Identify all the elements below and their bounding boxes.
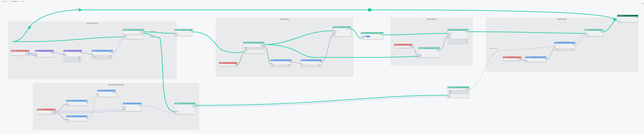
- socket-z: Z: [526, 58, 546, 60]
- socket-pos-in: Position: [448, 35, 468, 37]
- socket-attr-out: Attribute: [448, 89, 469, 90]
- socket-vector-in: Vector: [67, 119, 87, 121]
- node-switch[interactable]: Switch Output Switch False True: [123, 103, 141, 111]
- node-capture-attribute-vector[interactable]: Capture Attribute Geometry Value Geometr…: [174, 103, 196, 114]
- field-value[interactable]: Value100.000: [271, 65, 290, 66]
- socket-position-1: Position 1: [11, 52, 28, 53]
- socket-off-in: Offset: [333, 34, 350, 36]
- socket-sel-in: Selection: [175, 34, 192, 35]
- field-epsilon[interactable]: Epsilon0.001: [93, 57, 112, 58]
- dropdown-type[interactable]: Integer: [244, 47, 264, 48]
- node-title: Set Position: [334, 27, 338, 27]
- node-title: Combine XYZ: [302, 60, 307, 61]
- dropdown-type[interactable]: Float: [448, 90, 468, 91]
- fill-mode-ngons[interactable]: N-gons: [366, 36, 370, 37]
- socket-geom-out: Geometry: [333, 28, 350, 30]
- node-separate-geometry[interactable]: Separate Geometry Selection Inverted Edg…: [123, 29, 144, 39]
- socket-source-in: Source: [419, 54, 439, 55]
- dropdown-mapping[interactable]: Nearest: [448, 92, 468, 93]
- frame-title: Restore positions: [391, 18, 473, 20]
- list-icon: ≡: [0, 1, 2, 2]
- socket-vector-in: Vector: [67, 104, 87, 105]
- node-separate-xyz-c[interactable]: Separate XYZ Z Vector: [525, 56, 546, 62]
- node-separate-xyz-a[interactable]: Separate XYZ Z Vector: [66, 100, 87, 106]
- node-greater-than[interactable]: Greater Than Result A B: [97, 90, 116, 97]
- node-equal-1[interactable]: Equal Result A B0.000 Epsilon0.001: [92, 50, 113, 58]
- field-b[interactable]: B0.000: [93, 55, 112, 56]
- socket-selection-out: Selection: [124, 31, 144, 32]
- offset-z[interactable]: Z0.001: [448, 42, 468, 43]
- chevron-right-icon: ›: [18, 1, 18, 2]
- node-join-geometry[interactable]: Join Geometry Geometry Geometry: [617, 15, 638, 22]
- node-flip-faces[interactable]: Flip Faces Mesh Mesh Selection: [585, 29, 603, 36]
- field-y[interactable]: Y0.000: [302, 65, 321, 66]
- node-set-position-1[interactable]: Set Position Geometry Geometry Selection…: [332, 26, 351, 36]
- socket-sel-in: Selection: [448, 34, 468, 35]
- node-set-position-2[interactable]: Set Position Geometry Geometry Selection…: [448, 29, 468, 43]
- node-edge-vertices-2[interactable]: Edge Vertices Position 1 Position 2: [37, 109, 56, 114]
- socket-value-in: Value: [271, 63, 291, 64]
- socket-vec: Vector: [526, 60, 546, 61]
- node-dot-product[interactable]: Dot Product Value Vector Vector 0.000 0.…: [64, 50, 82, 61]
- node-title: Separate Geometry: [124, 29, 131, 30]
- socket-val-out: Value: [175, 106, 195, 108]
- dropdown-domain[interactable]: Spline: [244, 48, 264, 50]
- frame-title: Save position of lower points: [33, 84, 199, 85]
- socket-index: Index: [220, 64, 237, 66]
- frame-save-position: Save position of lower points: [33, 83, 199, 130]
- socket-attr-in: Attribute: [448, 96, 469, 97]
- node-title: Position: [396, 44, 398, 45]
- object-name[interactable]: Cube: [5, 1, 7, 2]
- nodetree-name[interactable]: GeometryNodes: [11, 1, 17, 2]
- vec-y[interactable]: 0.000: [64, 58, 81, 59]
- node-position-2[interactable]: Position Position: [503, 56, 521, 61]
- field-epsilon[interactable]: Epsilon0.001: [555, 48, 574, 50]
- socket-geom-in: Geometry: [333, 30, 350, 31]
- socket-value-out: Value: [271, 61, 291, 63]
- vec-z[interactable]: 1.000: [64, 60, 81, 61]
- vec-x[interactable]: 0.000: [64, 57, 81, 58]
- socket-true: True: [124, 109, 141, 111]
- offset-y[interactable]: Y0 m: [448, 40, 468, 41]
- socket-geom-out: Geometry: [618, 17, 638, 18]
- node-fill-curve[interactable]: Fill Curve Mesh Triangles N-gons Curve: [361, 32, 383, 39]
- offset-x[interactable]: X0 m: [448, 39, 468, 40]
- node-title: Dot Product: [65, 50, 69, 51]
- node-separate-xyz-b[interactable]: Separate XYZ Z Vector: [66, 116, 87, 121]
- socket-z-out: Z: [67, 102, 87, 104]
- dropdown-domain[interactable]: Point: [448, 93, 468, 94]
- socket-value-out: Value: [64, 52, 81, 53]
- socket-sel-in: Selection: [585, 34, 602, 35]
- field-a: A: [98, 93, 115, 95]
- node-transfer-attribute-1[interactable]: Transfer Attribute Attribute Source Attr…: [418, 47, 440, 57]
- node-capture-attribute-index[interactable]: Capture Attribute Geometry Attribute Int…: [244, 42, 264, 53]
- close-icon[interactable]: ×: [642, 3, 644, 4]
- node-edge-vertices-1[interactable]: Edge Vertices Position 1 Position 2: [11, 50, 29, 55]
- node-position-1[interactable]: Position Position: [394, 44, 412, 48]
- nodetree-icon: ✎: [9, 1, 10, 2]
- frame-title: Temporary offset: [216, 18, 353, 20]
- node-index[interactable]: Index Index: [219, 62, 237, 66]
- breadcrumb[interactable]: ≡ ▦ Cube › ✎ GeometryNodes › 🛡 267490: [0, 0, 24, 2]
- fill-mode-toggle[interactable]: Triangles N-gons: [362, 36, 370, 37]
- node-title: Capture Attribute: [176, 103, 182, 104]
- field-b: B: [555, 47, 575, 48]
- socket-curve-out: Curve: [175, 31, 192, 32]
- node-combine-xyz[interactable]: Combine XYZ Vector X Y0.000: [301, 59, 322, 66]
- node-multiply[interactable]: Multiply Value Value Value100.000: [270, 59, 292, 66]
- socket-attr-in: Attribute: [419, 55, 439, 57]
- socket-vector-out: Vector: [302, 61, 321, 63]
- socket-position-2: Position 2: [11, 53, 28, 55]
- node-title: Capture Attribute: [245, 42, 250, 43]
- fill-mode-triangles[interactable]: Triangles: [362, 36, 366, 37]
- node-subtract[interactable]: Subtract Vector Vector Vector: [35, 50, 54, 57]
- node-equal-2[interactable]: Equal Result A B Epsilon0.001: [554, 42, 575, 50]
- socket-geom-in: Geometry: [448, 32, 468, 34]
- label-vertical-edges: Vertical edges: [150, 36, 155, 37]
- domain-dropdown[interactable]: Edge: [124, 34, 143, 35]
- socket-geom-in: Geometry: [618, 20, 638, 22]
- node-mesh-to-curve[interactable]: Mesh to Curve Curve Mesh Selection: [174, 29, 193, 36]
- node-transfer-attribute-2[interactable]: Transfer Attribute Attribute Float Neare…: [448, 86, 469, 98]
- socket-output: Output: [124, 105, 141, 106]
- node-title: Equal: [556, 42, 558, 43]
